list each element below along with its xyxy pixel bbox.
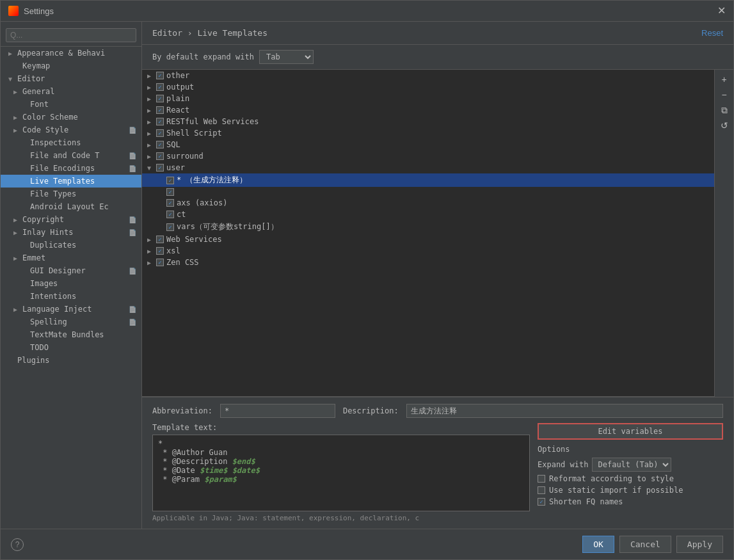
ok-button[interactable]: OK [582,536,614,553]
sidebar-item-label: TODO [30,343,49,352]
sidebar-item-appearance[interactable]: ▶Appearance & Behavi [1,47,141,60]
template-checkbox-abbr[interactable] [166,188,174,196]
dialog-title: Settings [24,6,54,16]
list-section: ▶other▶output▶plain▶React▶RESTful Web Se… [142,70,733,397]
template-row-abbr[interactable] [142,187,714,197]
sidebar-item-plugins[interactable]: Plugins [1,354,141,367]
template-row-SQL[interactable]: ▶SQL [142,139,714,150]
template-row-user[interactable]: ▼user [142,162,714,173]
template-checkbox-other[interactable] [156,72,164,79]
sidebar-item-todo[interactable]: TODO [1,341,141,354]
template-checkbox-Shell[interactable] [156,129,164,137]
template-checkbox-ZenCSS[interactable] [156,259,164,266]
template-row-axs[interactable]: axs (axios) [142,197,714,209]
template-checkbox-React[interactable] [156,106,164,114]
settings-icon: 📄 [129,229,136,236]
cancel-button[interactable]: Cancel [619,536,671,553]
template-row-surround[interactable]: ▶surround [142,150,714,162]
template-checkbox-axs[interactable] [166,199,174,207]
sidebar-item-languageinject[interactable]: ▶Language Inject📄 [1,303,141,316]
sidebar-item-editor[interactable]: ▼Editor [1,72,141,85]
edit-variables-button[interactable]: Edit variables [538,423,723,440]
sidebar-item-copyright[interactable]: ▶Copyright📄 [1,213,141,226]
help-button[interactable]: ? [11,538,24,551]
template-checkbox-xsl[interactable] [156,247,164,255]
template-row-React[interactable]: ▶React [142,104,714,116]
template-row-ZenCSS[interactable]: ▶Zen CSS [142,257,714,268]
sidebar-item-general[interactable]: ▶General [1,85,141,98]
template-row-plain[interactable]: ▶plain [142,93,714,104]
reset-link[interactable]: Reset [701,28,723,38]
template-content[interactable]: * * @Author Guan * @Description $end$ * … [152,435,530,511]
sidebar-item-emmet[interactable]: ▶Emmet [1,252,141,264]
reformat-label: Reformat according to style [549,474,674,483]
sidebar-item-font[interactable]: Font [1,98,141,111]
expand-label: By default expand with [152,52,254,61]
sidebar-item-inlayhints[interactable]: ▶Inlay Hints📄 [1,226,141,239]
sidebar-item-duplicates[interactable]: Duplicates [1,239,141,252]
copy-button[interactable]: ⧉ [717,103,731,117]
template-checkbox-WebServices[interactable] [156,236,164,243]
template-checkbox-surround[interactable] [156,152,164,160]
template-checkbox-vars[interactable] [166,223,174,231]
remove-button[interactable]: − [717,88,731,102]
template-label: xsl [166,246,180,255]
expand-with-select[interactable]: Default (Tab) Tab Space Enter [592,458,671,472]
sidebar-item-textmatebundles[interactable]: TextMate Bundles [1,328,141,341]
abbreviation-input[interactable] [220,404,335,418]
close-button[interactable]: ✕ [717,6,726,16]
apply-button[interactable]: Apply [676,536,723,553]
template-row-star[interactable]: * （生成方法注释） [142,173,714,187]
template-checkbox-user[interactable] [156,164,164,172]
template-row-xsl[interactable]: ▶xsl [142,245,714,257]
description-input[interactable] [406,404,723,418]
sidebar-item-intentions[interactable]: Intentions [1,290,141,303]
sidebar-item-label: Keymap [22,61,50,70]
main-header: Editor › Live Templates Reset [142,22,733,45]
template-var-date: $date$ [232,466,260,475]
template-checkbox-output[interactable] [156,83,164,91]
template-row-vars[interactable]: vars（可变参数string[]） [142,220,714,234]
dialog-footer: ? OK Cancel Apply [1,529,733,559]
shorten-checkbox[interactable] [538,498,545,506]
sidebar-item-livetemplates[interactable]: Live Templates [1,175,141,188]
reformat-checkbox[interactable] [538,475,545,483]
template-arrow: ▶ [147,153,154,160]
template-checkbox-RESTful[interactable] [156,118,164,125]
template-row-Shell[interactable]: ▶Shell Script [142,127,714,139]
search-input[interactable] [6,28,136,42]
sidebar-item-keymap[interactable]: Keymap [1,60,141,72]
sidebar-item-fileencodings[interactable]: File Encodings📄 [1,162,141,175]
settings-icon: 📄 [129,268,136,275]
add-button[interactable]: + [717,72,731,86]
template-checkbox-star[interactable] [166,177,174,184]
sidebar-item-androidlayout[interactable]: Android Layout Ec [1,200,141,213]
sidebar-item-codestyle[interactable]: ▶Code Style📄 [1,124,141,136]
sidebar-item-inspections[interactable]: Inspections [1,136,141,149]
settings-icon: 📄 [129,165,136,172]
expand-select[interactable]: Tab Space Enter [259,50,314,64]
template-section: Template text: * * @Author Guan * @Descr… [152,423,723,522]
template-row-output[interactable]: ▶output [142,81,714,93]
side-toolbar: + − ⧉ ↺ [714,70,733,397]
sidebar-item-guidesigner[interactable]: GUI Designer📄 [1,264,141,277]
sidebar-item-fileandcode[interactable]: File and Code T📄 [1,149,141,162]
sidebar-item-spelling[interactable]: Spelling📄 [1,316,141,328]
expand-arrow: ▶ [13,229,20,236]
template-row-other[interactable]: ▶other [142,70,714,81]
revert-button[interactable]: ↺ [717,118,731,132]
template-checkbox-ct[interactable] [166,211,174,218]
template-checkbox-plain[interactable] [156,95,164,102]
sidebar-item-filetypes[interactable]: File Types [1,188,141,200]
template-var-end: $end$ [232,457,255,466]
sidebar-item-label: Appearance & Behavi [17,49,105,58]
template-text-area: Template text: * * @Author Guan * @Descr… [152,423,530,522]
template-checkbox-SQL[interactable] [156,141,164,148]
template-row-RESTful[interactable]: ▶RESTful Web Services [142,116,714,127]
sidebar-item-images[interactable]: Images [1,277,141,290]
static-import-checkbox[interactable] [538,486,545,494]
template-var-param: $param$ [204,475,237,484]
template-row-WebServices[interactable]: ▶Web Services [142,234,714,245]
sidebar-item-colorscheme[interactable]: ▶Color Scheme [1,111,141,124]
template-row-ct[interactable]: ct [142,209,714,220]
